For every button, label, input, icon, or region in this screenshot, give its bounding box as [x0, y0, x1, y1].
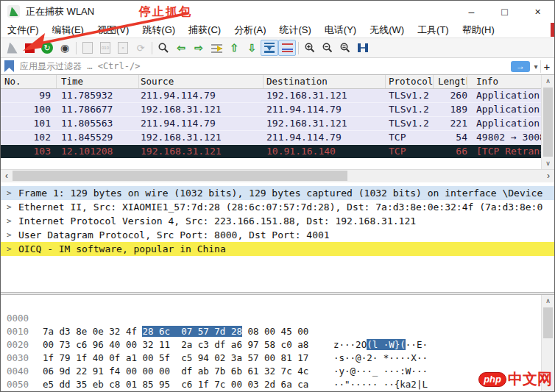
auto-scroll-toggle[interactable] [261, 40, 278, 56]
expander-icon[interactable]: > [7, 214, 12, 228]
detail-row-ip[interactable]: >Internet Protocol Version 4, Src: 223.1… [1, 214, 554, 228]
resize-columns-icon [356, 42, 370, 54]
column-header-info[interactable]: Info [467, 75, 543, 88]
scrollbar-thumb[interactable] [543, 307, 553, 338]
auto-scroll-icon [264, 43, 275, 53]
detail-text: User Datagram Protocol, Src Port: 8000, … [18, 229, 330, 240]
annotation-stop-capture: 停止抓包 [139, 4, 192, 20]
colorize-toggle[interactable] [278, 40, 296, 56]
minimize-button[interactable]: – [455, 1, 488, 22]
packet-list-scrollbar[interactable]: ∧ ∨ [541, 75, 554, 169]
menu-file[interactable]: 文件(F) [1, 24, 46, 37]
expander-icon[interactable]: > [7, 242, 12, 256]
save-file-button[interactable]: 010 [96, 40, 114, 56]
title-bar: 正在捕获 WLAN – □ × [1, 1, 554, 22]
go-to-packet-button[interactable] [208, 40, 225, 56]
close-button[interactable]: × [521, 1, 554, 22]
column-header-source[interactable]: Source [139, 75, 264, 88]
go-back-button[interactable]: ⇦ [172, 40, 190, 56]
hex-row[interactable]: 0050 1e 08 bd 46 2a 5d 1f ba 6e fb 3a bf… [1, 365, 542, 378]
menu-view[interactable]: 视图(V) [91, 24, 135, 37]
scroll-down-icon[interactable]: ∨ [542, 157, 554, 169]
cell-length: 260 [434, 89, 467, 102]
find-packet-button[interactable] [155, 40, 172, 56]
cell-source: 211.94.114.79 [139, 89, 264, 102]
zoom-in-button[interactable] [301, 40, 319, 56]
display-filter-input[interactable] [18, 59, 511, 74]
scroll-right-icon[interactable]: › [542, 170, 554, 182]
cell-source: 192.168.31.121 [139, 103, 264, 116]
column-header-no[interactable]: No. [1, 75, 57, 88]
column-header-length[interactable]: Length [434, 75, 467, 88]
cell-destination: 10.91.16.140 [264, 145, 386, 158]
cell-source: 192.168.31.121 [139, 131, 264, 144]
cell-protocol: TLSv1.2 [386, 117, 434, 130]
restart-capture-button[interactable]: ↻ [38, 40, 56, 56]
packet-row[interactable]: 10011.786677192.168.31.121211.94.114.79T… [1, 103, 543, 117]
php-logo-badge: php [478, 372, 506, 387]
add-filter-button[interactable]: + [540, 60, 553, 73]
apply-filter-button[interactable]: → [511, 61, 530, 72]
menu-statistics[interactable]: 统计(S) [272, 24, 317, 37]
capture-options-button[interactable]: ◉ [56, 40, 74, 56]
zoom-reset-button[interactable] [336, 40, 354, 56]
detail-row-frame[interactable]: >Frame 1: 129 bytes on wire (1032 bits),… [1, 186, 554, 200]
expander-icon[interactable]: > [7, 186, 12, 200]
cell-no: 101 [1, 117, 57, 130]
menu-help[interactable]: 帮助(H) [456, 24, 501, 37]
scroll-left-icon[interactable]: ‹ [1, 170, 13, 182]
packet-row[interactable]: 10111.805563211.94.114.79192.168.31.121T… [1, 117, 543, 131]
filter-bookmark-icon[interactable] [4, 60, 14, 72]
wireshark-fin-icon [7, 43, 18, 54]
detail-row-udp[interactable]: >User Datagram Protocol, Src Port: 8000,… [1, 228, 554, 242]
scroll-up-icon[interactable]: ∧ [542, 295, 554, 307]
hscrollbar-thumb[interactable] [13, 171, 347, 181]
menu-capture[interactable]: 捕获(C) [182, 24, 227, 37]
resize-columns-button[interactable] [354, 40, 372, 56]
column-header-protocol[interactable]: Protocol [386, 75, 434, 88]
go-top-button[interactable]: ⇧ [225, 40, 243, 56]
open-file-button[interactable] [79, 40, 96, 56]
zoom-out-button[interactable] [319, 40, 336, 56]
go-bottom-button[interactable]: ⇩ [243, 40, 261, 56]
maximize-button[interactable]: □ [488, 1, 521, 22]
expander-icon[interactable]: > [7, 228, 12, 242]
go-forward-button[interactable]: ⇨ [190, 40, 208, 56]
cell-protocol: TCP [386, 131, 434, 144]
menu-analyze[interactable]: 分析(A) [227, 24, 272, 37]
hex-row[interactable]: 0020 1f 79 1f 40 0f a1 00 5f c5 94 02 3a… [1, 325, 542, 338]
cell-destination: 192.168.31.121 [264, 117, 386, 130]
hex-dump-pane: 0000 7a d3 8e 0e 32 4f 28 6c 07 57 7d 28… [1, 295, 542, 392]
reload-button[interactable]: ⟳ [132, 40, 149, 56]
menu-edit[interactable]: 编辑(E) [46, 24, 91, 37]
hex-row[interactable]: 0060 e1 88 aa ba fe 56 a0 ac fc 72 45 99… [1, 378, 542, 391]
find-packet-icon [158, 42, 169, 54]
menu-wireless[interactable]: 无线(W) [363, 24, 411, 37]
hex-row[interactable]: 0030 06 9d 22 91 f4 00 00 00 df ab 7b 6b… [1, 338, 542, 352]
hex-row[interactable]: 0040 e5 dd 35 eb c8 01 85 95 c6 1f 7c 00… [1, 352, 542, 365]
go-to-packet-icon [211, 43, 222, 53]
close-file-button[interactable]: × [114, 40, 132, 56]
detail-row-oicq[interactable]: >OICQ - IM software, popular in China [1, 242, 554, 256]
filter-dropdown-icon[interactable]: ▾ [531, 63, 540, 71]
stop-capture-button[interactable] [21, 40, 38, 56]
start-capture-button[interactable] [3, 40, 21, 56]
hex-row[interactable]: 0010 00 73 c6 96 40 00 32 11 2a c3 df a6… [1, 312, 542, 325]
packet-row-selected[interactable]: 10312.101208192.168.31.12110.91.16.140TC… [1, 145, 543, 158]
stop-capture-icon [25, 43, 35, 53]
hex-row[interactable]: 0000 7a d3 8e 0e 32 4f 28 6c 07 57 7d 28… [1, 299, 542, 312]
menu-telephony[interactable]: 电话(Y) [318, 24, 363, 37]
packet-row[interactable]: 9911.785932211.94.114.79192.168.31.121TL… [1, 89, 543, 103]
cell-time: 12.101208 [57, 145, 139, 158]
menu-tools[interactable]: 工具(T) [411, 24, 456, 37]
column-header-time[interactable]: Time [57, 75, 139, 88]
menu-go[interactable]: 跳转(G) [135, 24, 182, 37]
scrollbar-thumb[interactable] [543, 88, 553, 157]
packet-list-hscrollbar[interactable]: ‹ › [1, 169, 554, 183]
detail-row-ethernet[interactable]: >Ethernet II, Src: XIAOMIE1_57:7d:28 (28… [1, 200, 554, 214]
column-header-destination[interactable]: Destination [264, 75, 386, 88]
packet-row[interactable]: 10211.845529192.168.31.121211.94.114.79T… [1, 131, 543, 145]
cell-protocol: TLSv1.2 [386, 103, 434, 116]
scroll-up-icon[interactable]: ∧ [542, 75, 554, 87]
expander-icon[interactable]: > [7, 200, 12, 214]
